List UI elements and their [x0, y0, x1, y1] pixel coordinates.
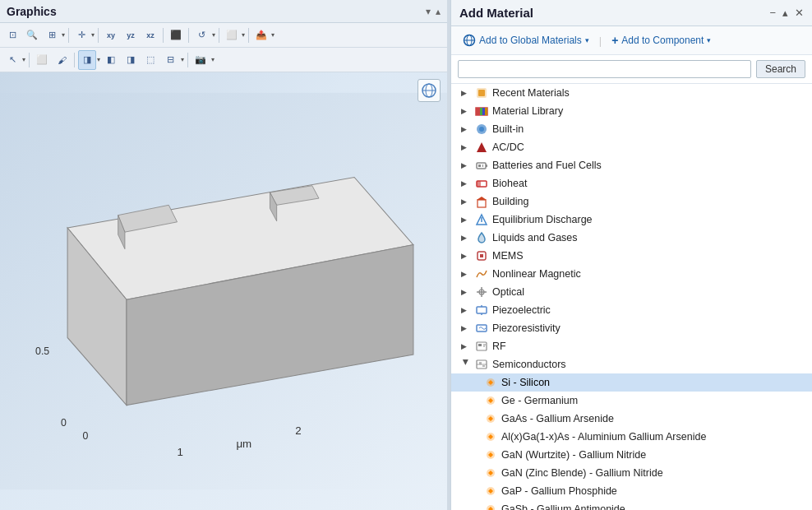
material-close-icon[interactable]: ✕	[795, 7, 804, 19]
render-mode-button[interactable]: ⬜	[223, 26, 241, 45]
graphics-panel: Graphics ▾ ▴ ⊡ 🔍 ⊞ ▾ ✛ ▾	[0, 0, 812, 510]
export-dropdown-arrow[interactable]: ▾	[271, 31, 275, 39]
svg-rect-31	[486, 165, 487, 167]
render-dropdown-arrow[interactable]: ▾	[242, 31, 245, 39]
tree-item-gan-wurtzite[interactable]: GaN (Wurtzite) - Gallium Nitride	[451, 446, 812, 464]
display-dropdown-arrow[interactable]: ▾	[181, 56, 184, 63]
rf-label: RF	[492, 341, 506, 352]
zoom-extents-button[interactable]: ⊡	[3, 26, 21, 45]
piezores-chevron: ▶	[461, 324, 471, 332]
tree-item-builtin[interactable]: ▶ Built-in	[451, 120, 812, 138]
piezo-chevron: ▶	[461, 306, 471, 314]
tree-item-bioheat[interactable]: ▶ Bioheat	[451, 174, 812, 192]
zoom-window-button[interactable]: ⊞	[43, 26, 61, 45]
tree-item-gasb[interactable]: GaSb - Gallium Antimonide	[451, 500, 812, 510]
select-button[interactable]: ↖	[3, 50, 21, 70]
gan-z-icon	[484, 466, 497, 480]
svg-rect-24	[480, 108, 482, 115]
svg-marker-37	[477, 197, 487, 200]
tree-item-gan-zinc[interactable]: GaN (Zinc Blende) - Gallium Nitride	[451, 464, 812, 482]
view-dropdown-arrow[interactable]: ▾	[212, 31, 215, 39]
material-titlebar-icons: − ▴ ✕	[769, 7, 804, 19]
svg-rect-32	[478, 165, 481, 167]
tree-item-equilibrium[interactable]: ▶ Equilibrium Discharge	[451, 211, 812, 229]
show-domains-button[interactable]: ◨	[122, 50, 140, 70]
sep8	[74, 53, 75, 67]
graphics-restore-icon[interactable]: ▴	[436, 6, 441, 17]
piezo-icon	[475, 304, 488, 317]
material-panel-title: Add Material	[459, 6, 533, 20]
svg-rect-36	[478, 200, 486, 207]
reset-view-button[interactable]: ↺	[192, 26, 210, 45]
optical-chevron: ▶	[461, 288, 471, 296]
tree-item-piezores[interactable]: ▶ Piezoresistivity	[451, 319, 812, 337]
paint-button[interactable]: 🖌	[53, 50, 71, 70]
toolbar-divider: |	[599, 35, 602, 47]
equilibrium-icon	[475, 213, 488, 226]
add-global-materials-button[interactable]: Add to Global Materials ▾	[458, 31, 594, 49]
move-button[interactable]: ✛	[72, 26, 90, 45]
tree-item-liquids[interactable]: ▶ Liquids and Gases	[451, 229, 812, 247]
export-button[interactable]: 📤	[252, 26, 270, 45]
zoom-dropdown-arrow[interactable]: ▾	[62, 31, 65, 39]
tree-item-acdc[interactable]: ▶ AC/DC	[451, 138, 812, 156]
tree-item-ge-germanium[interactable]: Ge - Germanium	[451, 392, 812, 410]
tree-item-semiconductors[interactable]: ▶ Semiconductors	[451, 355, 812, 373]
tree-item-gap[interactable]: GaP - Gallium Phosphide	[451, 482, 812, 500]
tree-item-building[interactable]: ▶ Building	[451, 192, 812, 211]
xy-plane-button[interactable]: xy	[102, 26, 120, 45]
builtin-label: Built-in	[492, 123, 524, 135]
si-icon	[484, 376, 497, 389]
select-dropdown-arrow[interactable]: ▾	[22, 56, 25, 63]
tree-item-battery[interactable]: ▶ Batteries and Fuel Cells	[451, 156, 812, 174]
yz-plane-button[interactable]: yz	[122, 26, 140, 45]
tree-item-gaas[interactable]: GaAs - Gallium Arsenide	[451, 410, 812, 428]
building-chevron: ▶	[461, 197, 471, 206]
graphics-minimize-icon[interactable]: ▾	[426, 6, 431, 17]
tree-item-library[interactable]: ▶ Material Library	[451, 102, 812, 120]
nonlinear-label: Nonlinear Magnetic	[492, 268, 581, 280]
svg-rect-21	[478, 90, 485, 96]
acdc-chevron: ▶	[461, 143, 471, 151]
mems-chevron: ▶	[461, 252, 471, 260]
svg-marker-29	[477, 142, 487, 152]
camera-button[interactable]: 📷	[191, 50, 210, 70]
globe-icon	[463, 34, 476, 47]
tree-item-recent[interactable]: ▶ Recent Materials	[451, 84, 812, 102]
viewport-overlay-button[interactable]	[418, 79, 441, 102]
visibility-button[interactable]: ◨	[78, 50, 96, 70]
search-button[interactable]: Search	[756, 60, 805, 78]
tree-item-rf[interactable]: ▶ RF	[451, 337, 812, 355]
battery-chevron: ▶	[461, 161, 471, 169]
tree-item-optical[interactable]: ▶ Optical	[451, 283, 812, 301]
hide-domains-button[interactable]: ◧	[102, 50, 120, 70]
box-select-button[interactable]: ⬜	[33, 50, 51, 70]
graphics-titlebar: Graphics ▾ ▴	[0, 0, 447, 23]
bioheat-chevron: ▶	[461, 179, 471, 188]
tree-item-mems[interactable]: ▶ MEMS	[451, 247, 812, 265]
svg-text:2: 2	[295, 424, 301, 437]
perspective-button[interactable]: ⬛	[167, 26, 185, 45]
edges-button[interactable]: ⊟	[161, 50, 179, 70]
algaas-icon	[484, 430, 497, 443]
graphics-viewport[interactable]: μm 2 1 0.5 0 0	[0, 72, 447, 510]
material-minimize-icon[interactable]: −	[769, 7, 776, 19]
nonlinear-chevron: ▶	[461, 270, 471, 278]
tree-item-piezo[interactable]: ▶ Piezoelectric	[451, 301, 812, 319]
material-titlebar: Add Material − ▴ ✕	[451, 0, 812, 26]
tree-item-algaas[interactable]: Al(x)Ga(1-x)As - Aluminium Gallium Arsen…	[451, 428, 812, 446]
add-to-component-button[interactable]: + Add to Component ▾	[607, 31, 716, 49]
material-restore-icon[interactable]: ▴	[782, 7, 788, 19]
semiconductors-chevron: ▶	[462, 359, 470, 369]
boundaries-button[interactable]: ⬚	[141, 50, 159, 70]
search-input[interactable]	[458, 60, 751, 78]
scene-dropdown-arrow[interactable]: ▾	[211, 56, 215, 63]
tree-item-si-silicon[interactable]: Si - Silicon	[451, 373, 812, 392]
move-dropdown-arrow[interactable]: ▾	[91, 31, 95, 39]
sep6	[248, 28, 249, 43]
material-tree-list[interactable]: ▶ Recent Materials ▶ Material Library	[451, 84, 812, 510]
visibility-dropdown-arrow[interactable]: ▾	[97, 56, 100, 63]
xz-plane-button[interactable]: xz	[141, 26, 159, 45]
tree-item-nonlinear[interactable]: ▶ Nonlinear Magnetic	[451, 265, 812, 283]
zoom-in-button[interactable]: 🔍	[23, 26, 41, 45]
